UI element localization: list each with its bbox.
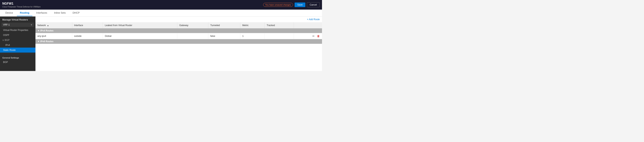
vrf-selected-value: VRF-1	[3, 23, 30, 26]
header-right: You have unsaved changes Save Cancel	[263, 2, 320, 7]
tab-routing[interactable]: Routing	[17, 10, 32, 16]
cancel-button[interactable]: Cancel	[307, 2, 320, 7]
add-route-button[interactable]: + Add Route	[307, 18, 320, 21]
sidebar-item-virtual-router-properties[interactable]: Virtual Router Properties	[0, 28, 36, 33]
sidebar: Manage Virtual Routers VRF-1 ▼ Virtual R…	[0, 17, 36, 71]
vrf-dropdown[interactable]: VRF-1 ▼	[2, 23, 34, 27]
header: NGFW1 Cisco Firepower Threat Defense for…	[0, 0, 322, 10]
col-leaked-from-vr: Leaked from Virtual Router	[103, 23, 177, 28]
app-title: NGFW1	[2, 2, 41, 5]
table-header-row: Network ▲ Interface Leaked from Virtual …	[36, 23, 322, 28]
col-interface: Interface	[72, 23, 103, 28]
section-row-ipv6-routes[interactable]: ▼ IPv6 Routes	[36, 39, 322, 44]
sidebar-item-ipv4[interactable]: IPv4	[0, 43, 36, 48]
sidebar-group-bgp[interactable]: ∨ BGP	[0, 38, 36, 43]
content-toolbar: + Add Route	[36, 17, 322, 23]
tab-device[interactable]: Device	[2, 10, 16, 16]
sidebar-item-ospf[interactable]: OSPF	[0, 33, 36, 38]
sidebar-item-bgp-general[interactable]: BGP	[0, 60, 36, 65]
header-left: NGFW1 Cisco Firepower Threat Defense for…	[2, 2, 41, 8]
col-metric: Metric	[240, 23, 265, 28]
vrf-dropdown-icon: ▼	[30, 24, 32, 26]
row-actions: ✏ 🗑	[294, 33, 322, 39]
tab-interfaces[interactable]: Interfaces	[33, 10, 50, 16]
col-actions	[294, 23, 322, 28]
unsaved-changes-message: You have unsaved changes	[263, 3, 293, 7]
nav-tabs: Device Routing Interfaces Inline Sets DH…	[0, 10, 322, 17]
table-row: any-ipv4outsideGlobalfalse1 ✏ 🗑	[36, 33, 322, 39]
manage-virtual-routers-title: Manage Virtual Routers	[0, 17, 36, 22]
sort-icon-network: ▲	[47, 24, 49, 27]
tab-inline-sets[interactable]: Inline Sets	[51, 10, 69, 16]
general-settings-title: General Settings	[0, 55, 36, 60]
save-button[interactable]: Save	[294, 3, 305, 7]
tab-dhcp[interactable]: DHCP	[70, 10, 83, 16]
col-gateway: Gateway	[177, 23, 208, 28]
delete-button[interactable]: 🗑	[317, 35, 320, 38]
main-layout: Manage Virtual Routers VRF-1 ▼ Virtual R…	[0, 17, 322, 71]
content-area: + Add Route Network ▲ Interface Leaked f…	[36, 17, 322, 71]
route-table: Network ▲ Interface Leaked from Virtual …	[36, 23, 322, 44]
col-tracked: Tracked	[265, 23, 294, 28]
app-subtitle: Cisco Firepower Threat Defense for VMWar…	[2, 6, 41, 8]
col-network: Network ▲	[36, 23, 72, 28]
edit-button[interactable]: ✏	[312, 35, 315, 38]
section-row-ipv4-routes[interactable]: ▼ IPv4 Routes	[36, 28, 322, 33]
col-tunneled: Tunneled	[208, 23, 240, 28]
sidebar-item-static-route[interactable]: Static Route	[0, 48, 36, 53]
